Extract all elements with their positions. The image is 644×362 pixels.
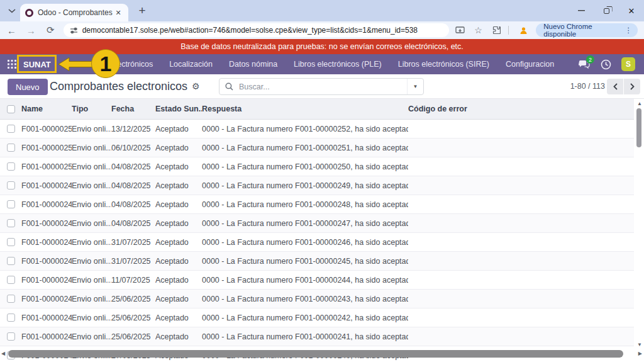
menubar-item[interactable]: Datos nómina [229, 60, 277, 69]
cell-tipo: Envio onli... [72, 144, 111, 152]
row-checkbox[interactable] [7, 219, 15, 227]
header-fecha[interactable]: Fecha [111, 105, 155, 113]
back-icon[interactable]: ← [4, 23, 19, 38]
records-table: Name Tipo Fecha Estado Sun... Respuesta … [0, 99, 634, 362]
toolbar-right: ☆ Nuevo Chrome disponible ⋮ [449, 23, 638, 38]
row-checkbox[interactable] [7, 200, 15, 208]
user-avatar[interactable]: S [621, 57, 635, 71]
cell-respuesta: 0000 - La Factura numero F001-00000251, … [202, 144, 408, 152]
chrome-menu-icon[interactable]: ⋮ [622, 26, 636, 35]
tab-search-chevron-icon[interactable] [5, 4, 19, 18]
table-row[interactable]: F001-00000244Envio onli...11/07/2025Acep… [0, 271, 634, 290]
install-app-icon[interactable] [453, 23, 467, 38]
tab-close-icon[interactable]: ✕ [113, 8, 123, 18]
row-checkbox[interactable] [7, 276, 15, 284]
cell-estado: Aceptado [155, 144, 202, 152]
cell-name: F001-00000248 [21, 200, 72, 209]
menubar-item[interactable]: Libros electrónicos (PLE) [294, 60, 382, 69]
gear-icon[interactable]: ⚙ [192, 81, 200, 91]
browser-tab[interactable]: Odoo - Comprobantes electron ✕ [20, 4, 128, 21]
table-row[interactable]: F001-00000248Envio onli...04/08/2025Acep… [0, 195, 634, 214]
table-row[interactable]: F001-00000251Envio onli...06/10/2025Acep… [0, 139, 634, 157]
cell-fecha: 04/08/2025 [111, 219, 155, 228]
row-checkbox[interactable] [7, 181, 15, 189]
window-close-icon[interactable]: ✕ [619, 0, 644, 21]
table-row[interactable]: F001-00000243Envio onli...25/06/2025Acep… [0, 290, 634, 308]
horizontal-scrollbar[interactable] [8, 350, 623, 358]
select-all-checkbox[interactable] [7, 105, 15, 113]
pager-previous-button[interactable] [607, 79, 623, 94]
reload-icon[interactable]: ⟳ [43, 23, 58, 38]
toolbar-divider [508, 26, 509, 35]
horizontal-scroll-left-icon[interactable]: ◀ [1, 351, 5, 356]
row-checkbox[interactable] [7, 144, 15, 152]
row-checkbox[interactable] [7, 238, 15, 246]
cell-tipo: Envio onli... [72, 219, 111, 228]
vertical-scroll-up-icon[interactable]: ▲ [637, 101, 642, 106]
profile-icon[interactable] [517, 23, 531, 38]
window-restore-icon[interactable] [594, 0, 619, 21]
cell-name: F001-00000247 [21, 219, 72, 228]
search-input[interactable] [238, 82, 407, 92]
menubar-item[interactable]: Localización [169, 60, 213, 69]
forward-icon[interactable]: → [23, 23, 39, 38]
cell-fecha: 04/08/2025 [111, 200, 155, 209]
cell-tipo: Envio onli... [72, 276, 111, 285]
table-row[interactable]: F001-00000241Envio onli...25/06/2025Acep… [0, 327, 634, 346]
vertical-scroll-down-icon[interactable]: ▼ [637, 342, 642, 348]
table-row[interactable]: F001-00000249Envio onli...04/08/2025Acep… [0, 176, 634, 195]
cell-respuesta: 0000 - La Factura numero F001-00000241, … [202, 332, 408, 341]
cell-estado: Aceptado [155, 162, 202, 171]
window-minimize-icon[interactable] [569, 0, 594, 21]
menubar-item[interactable]: Libros electrónicos (SIRE) [398, 60, 489, 69]
chrome-update-label: Nuevo Chrome disponible [543, 23, 621, 38]
cell-tipo: Envio onli... [72, 238, 111, 247]
header-tipo[interactable]: Tipo [72, 105, 111, 113]
row-checkbox[interactable] [7, 257, 15, 265]
bookmark-star-icon[interactable]: ☆ [471, 23, 486, 38]
header-codigo[interactable]: Código de error [408, 105, 634, 113]
cell-fecha: 25/06/2025 [111, 295, 155, 303]
search-box[interactable]: ▼ [219, 78, 424, 95]
cell-name: F001-00000250 [21, 162, 72, 171]
table-row[interactable]: F001-00000242Envio onli...25/06/2025Acep… [0, 308, 634, 327]
extensions-icon[interactable] [489, 23, 504, 38]
cell-fecha: 04/08/2025 [111, 181, 155, 190]
row-checkbox[interactable] [7, 125, 15, 133]
row-checkbox[interactable] [7, 162, 15, 171]
new-record-button[interactable]: Nuevo [8, 79, 48, 95]
row-checkbox[interactable] [7, 295, 15, 303]
row-checkbox[interactable] [7, 332, 15, 341]
window-controls: ✕ [569, 0, 644, 21]
table-row[interactable]: F001-00000252Envio onli...13/12/2025Acep… [0, 120, 634, 139]
table-row[interactable]: F001-00000245Envio onli...31/07/2025Acep… [0, 252, 634, 271]
chrome-update-button[interactable]: Nuevo Chrome disponible ⋮ [536, 23, 638, 37]
cell-respuesta: 0000 - La Factura numero F001-00000247, … [202, 219, 408, 228]
cell-tipo: Envio onli... [72, 314, 111, 322]
cell-name: F001-00000242 [21, 314, 72, 322]
annotation-step-badge: 1 [91, 49, 120, 78]
header-respuesta[interactable]: Respuesta [202, 105, 408, 113]
pager-next-button[interactable] [624, 79, 640, 94]
table-row[interactable]: F001-00000247Envio onli...04/08/2025Acep… [0, 214, 634, 233]
annotation-arrow-icon [58, 57, 95, 72]
cell-fecha: 25/06/2025 [111, 332, 155, 341]
messages-button[interactable]: 2 [576, 56, 592, 72]
vertical-scrollbar[interactable] [636, 108, 641, 147]
header-estado[interactable]: Estado Sun... [155, 105, 202, 113]
table-row[interactable]: F001-00000250Envio onli...04/08/2025Acep… [0, 157, 634, 176]
activities-button[interactable] [597, 56, 614, 72]
address-bar[interactable]: democontable17.solse.pe/web#action=746&m… [64, 23, 450, 37]
new-tab-button[interactable]: + [135, 3, 150, 18]
menubar-items: Documentos electrónicosLocalizaciónDatos… [65, 60, 570, 69]
cell-estado: Aceptado [155, 295, 202, 303]
table-row[interactable]: F001-00000246Envio onli...31/07/2025Acep… [0, 233, 634, 252]
header-name[interactable]: Name [21, 105, 72, 113]
row-checkbox[interactable] [7, 314, 15, 322]
site-settings-icon [70, 26, 78, 35]
horizontal-scroll-right-icon[interactable]: ▶ [638, 351, 642, 356]
search-dropdown-icon[interactable]: ▼ [407, 79, 423, 94]
menubar-right: 2 S [576, 56, 639, 72]
cell-name: F001-00000243 [21, 295, 72, 303]
menubar-item[interactable]: Configuracion [506, 60, 554, 69]
